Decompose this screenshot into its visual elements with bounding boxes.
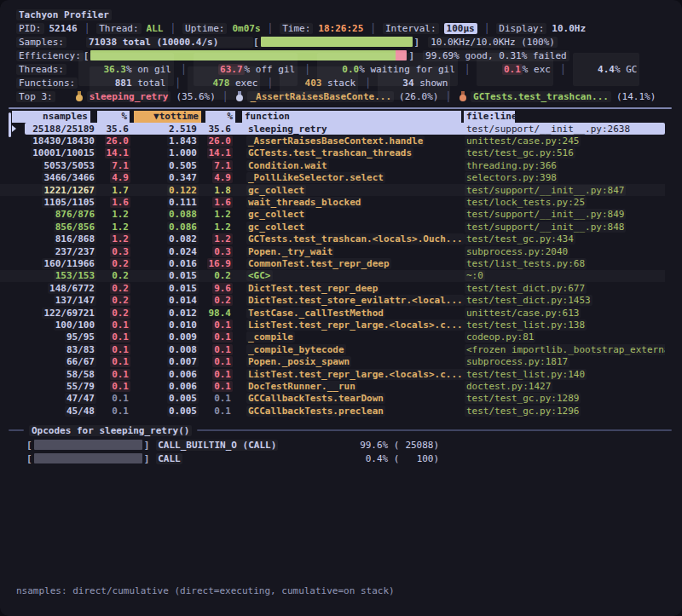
cell-function: CommonTest.test_repr_deep (246, 258, 465, 269)
cell-direct-pct: 1.2 (96, 222, 130, 233)
cell-cumulative-pct: 4.9 (199, 172, 233, 183)
table-row[interactable]: 10001/10015 14.1 1.000 14.1 GCTests.test… (0, 147, 665, 159)
table-left-accent (9, 112, 11, 137)
table-row[interactable]: 95/95 0.1 0.009 0.1 _compile codeop.py:8… (0, 331, 665, 343)
cell-tottime: 0.005 (130, 393, 199, 404)
cell-tottime: 2.519 (130, 124, 199, 135)
table-row[interactable]: 100/100 0.1 0.010 0.1 ListTest.test_repr… (0, 319, 665, 331)
cell-tottime: 0.006 (130, 381, 199, 392)
table-row-cells: 55/79 0.1 0.006 0.1 DocTestRunner.__run … (25, 380, 665, 392)
table-row[interactable]: 45/48 0.1 0.005 0.1 GCCallbackTests.prec… (0, 405, 665, 417)
efficiency-label: Efficiency: (16, 50, 84, 61)
cell-direct-pct: 0.1 (96, 356, 130, 367)
table-row[interactable]: 816/868 1.2 0.082 1.2 GCTests.test_trash… (0, 233, 665, 245)
cell-direct-pct: 0.1 (96, 320, 130, 331)
cell-tottime: 0.008 (130, 344, 199, 355)
stat-value: 478 (212, 78, 229, 89)
cell-function: DocTestRunner.__run (246, 381, 465, 392)
cell-nsamples: 153/153 (25, 270, 96, 281)
separator: │ (268, 23, 274, 34)
cell-tottime: 0.009 (130, 331, 199, 343)
table-row[interactable]: 66/67 0.1 0.007 0.1 Popen._posix_spawn s… (0, 355, 665, 367)
table-row[interactable]: 237/237 0.3 0.024 0.3 Popen._try_wait su… (0, 245, 665, 257)
header-cumulative-pct[interactable]: % (205, 111, 235, 123)
cell-file-line: selectors.py:398 (465, 172, 665, 183)
top3-function-name: _AssertRaisesBaseConte... (247, 91, 394, 102)
cell-tottime: 1.000 (130, 147, 199, 158)
stat-unit: exec (229, 78, 257, 89)
status-segment-label: Time: (280, 23, 313, 34)
table-row-cells: 122/69721 0.2 0.012 98.4 TestCase._callT… (25, 307, 665, 319)
header-function[interactable]: function (242, 111, 461, 123)
top3-item: sleeping_retry (35.6%) (74, 91, 216, 102)
cell-nsamples: 160/11966 (25, 258, 96, 269)
bar-open-bracket: [ (26, 440, 32, 451)
table-row[interactable]: 876/876 1.2 0.088 1.2 gc_collect test/su… (0, 209, 665, 221)
cell-function: Condition.wait (246, 160, 465, 171)
cell-tottime: 0.006 (130, 369, 199, 380)
bar-close-bracket: ] (414, 37, 420, 48)
table-row-cells: 100/100 0.1 0.010 0.1 ListTest.test_repr… (25, 319, 665, 331)
cell-cumulative-pct: 16.9 (199, 258, 233, 269)
table-row[interactable]: 58/58 0.1 0.006 0.1 ListTest.test_repr_l… (0, 368, 665, 380)
opcodes-section-header: Opcodes for sleeping_retry() (9, 424, 672, 436)
table-row[interactable]: 856/856 1.2 0.086 1.2 gc_collect test/su… (0, 221, 665, 233)
stat-item: 4.4% GC (573, 53, 640, 86)
cell-cumulative-pct: 0.1 (199, 369, 233, 380)
table-row[interactable]: 160/11966 0.2 0.016 16.9 CommonTest.test… (0, 257, 665, 269)
cell-file-line: test/test_gc.py:1296 (465, 406, 665, 417)
top3-item: _AssertRaisesBaseConte... (26.0%) (234, 91, 438, 102)
cell-cumulative-pct: 0.2 (199, 270, 233, 281)
opcode-bar (34, 453, 142, 463)
cell-tottime: 0.347 (130, 172, 199, 183)
table-row[interactable]: 1221/1267 1.7 0.122 1.8 gc_collect test/… (0, 184, 665, 196)
header-direct-pct[interactable]: % (97, 111, 130, 123)
separator: │ (484, 23, 490, 34)
table-row[interactable]: 3466/3466 4.9 0.347 4.9 _PollLikeSelecto… (0, 172, 665, 184)
table-row[interactable]: 47/47 0.1 0.005 0.1 GCCallbackTests.tear… (0, 393, 665, 405)
cell-function: <GC> (246, 270, 465, 281)
status-segment: Time: 18:26:25 (280, 23, 363, 34)
table-row[interactable]: 83/83 0.1 0.008 0.1 _compile_bytecode <f… (0, 343, 665, 355)
opcode-count: 25088 (400, 440, 434, 451)
table-row[interactable]: 1105/1105 1.6 0.111 1.6 wait_threads_blo… (0, 196, 665, 208)
table-row[interactable]: 55/79 0.1 0.006 0.1 DocTestRunner.__run … (0, 380, 665, 392)
header-tottime-sorted[interactable]: ▼tottime (134, 111, 201, 123)
opcode-name: CALL_BUILTIN_O (CALL) (156, 440, 352, 451)
cell-function: Popen._try_wait (246, 246, 465, 257)
header-file-line[interactable]: file:line (464, 111, 515, 123)
cell-nsamples: 237/237 (25, 246, 96, 257)
cell-nsamples: 45/48 (25, 406, 96, 417)
table-row-cells: 160/11966 0.2 0.016 16.9 CommonTest.test… (25, 257, 665, 269)
cell-function: DictTest.test_repr_deep (246, 283, 465, 294)
table-row[interactable]: 18430/18430 26.0 1.843 26.0 _AssertRaise… (0, 135, 665, 147)
cell-function: sleeping_retry (246, 124, 465, 135)
opcode-pct: 99.6% (352, 440, 388, 451)
table-row[interactable]: 137/147 0.2 0.014 0.2 DictTest.test_stor… (0, 294, 665, 306)
table-row[interactable]: 122/69721 0.2 0.012 98.4 TestCase._callT… (0, 307, 665, 319)
table-row-cells: 66/67 0.1 0.007 0.1 Popen._posix_spawn s… (25, 355, 665, 367)
app-title: Tachyon Profiler (16, 8, 682, 21)
table-row[interactable]: 5053/5053 7.1 0.505 7.1 Condition.wait t… (0, 159, 665, 171)
bar-close-bracket: ] (144, 440, 150, 451)
table-row[interactable]: 153/153 0.2 0.015 0.2 <GC> ~:0 (0, 270, 665, 282)
cell-file-line: test/test_dict.py:1453 (465, 295, 665, 306)
top3-label: Top 3: (16, 91, 55, 102)
cell-function: ListTest.test_repr_large.<locals>.c... (246, 320, 465, 331)
cell-cumulative-pct: 14.1 (199, 147, 233, 158)
bar-open-bracket: [ (253, 37, 259, 48)
cell-function: TestCase._callTestMethod (246, 308, 465, 319)
status-segment-value: 100µs (444, 23, 477, 34)
cell-tottime: 0.505 (130, 160, 199, 171)
table-row-cells: 45/48 0.1 0.005 0.1 GCCallbackTests.prec… (25, 405, 665, 417)
cell-cumulative-pct: 35.6 (199, 124, 233, 135)
app-title-text: Tachyon Profiler (16, 9, 112, 20)
threads-label: Threads: (16, 64, 66, 75)
header-nsamples[interactable]: nsamples (12, 111, 90, 123)
cell-file-line: <frozen importlib._bootstrap_externa (465, 344, 665, 355)
table-row[interactable]: 25188/25189 35.6 2.519 35.6 sleeping_ret… (0, 123, 665, 135)
table-row[interactable]: 148/6772 0.2 0.015 9.6 DictTest.test_rep… (0, 282, 665, 294)
cell-cumulative-pct: 0.1 (199, 331, 233, 343)
cell-cumulative-pct: 26.0 (199, 135, 233, 147)
table-row-cells: 47/47 0.1 0.005 0.1 GCCallbackTests.tear… (25, 393, 665, 405)
